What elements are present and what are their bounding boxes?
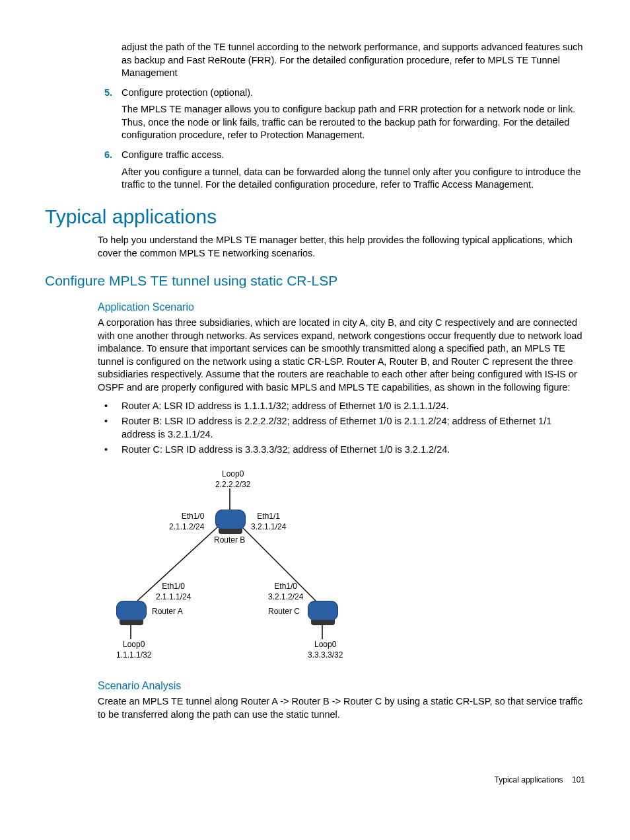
text: 2.1.1.1/24 bbox=[156, 592, 191, 602]
step-6-title: Configure traffic access. bbox=[122, 149, 585, 162]
router-b-loop-label: Loop0 2.2.2.2/32 bbox=[215, 469, 250, 490]
bullet-text: Router C: LSR ID address is 3.3.3.3/32; … bbox=[122, 443, 585, 457]
typical-applications-intro: To help you understand the MPLS TE manag… bbox=[98, 234, 585, 260]
heading-application-scenario: Application Scenario bbox=[98, 300, 585, 315]
step-6: 6. Configure traffic access. bbox=[104, 149, 585, 162]
step-5-number: 5. bbox=[104, 87, 122, 100]
bullet-router-c: • Router C: LSR ID address is 3.3.3.3/32… bbox=[104, 443, 585, 457]
router-a-label: Router A bbox=[152, 606, 183, 617]
footer-section-label: Typical applications bbox=[495, 775, 563, 784]
router-b-icon bbox=[215, 510, 246, 529]
bullet-text: Router A: LSR ID address is 1.1.1.1/32; … bbox=[122, 400, 585, 413]
text: Eth1/0 bbox=[156, 581, 191, 592]
heading-configure-mpls-te: Configure MPLS TE tunnel using static CR… bbox=[45, 272, 585, 290]
router-a-eth10: Eth1/0 2.1.1.1/24 bbox=[156, 581, 191, 602]
text: 2.1.1.2/24 bbox=[169, 521, 204, 532]
step-5: 5. Configure protection (optional). bbox=[104, 87, 585, 100]
bullet-icon: • bbox=[104, 443, 122, 457]
router-c-loop-label: Loop0 3.3.3.3/32 bbox=[308, 639, 343, 660]
router-b-eth10: Eth1/0 2.1.1.2/24 bbox=[169, 511, 204, 532]
router-c-icon bbox=[308, 601, 338, 621]
step-5-title: Configure protection (optional). bbox=[122, 87, 585, 100]
network-diagram: Loop0 2.2.2.2/32 Eth1/0 2.1.1.2/24 Eth1/… bbox=[98, 469, 355, 667]
step-6-body: After you configure a tunnel, data can b… bbox=[122, 166, 585, 192]
text: Eth1/0 bbox=[169, 511, 204, 521]
text: 2.2.2.2/32 bbox=[215, 479, 250, 490]
step-6-number: 6. bbox=[104, 149, 122, 162]
bullet-router-a: • Router A: LSR ID address is 1.1.1.1/32… bbox=[104, 400, 585, 413]
router-b-eth11: Eth1/1 3.2.1.1/24 bbox=[251, 511, 286, 532]
router-c-label: Router C bbox=[268, 606, 300, 617]
text: 3.3.3.3/32 bbox=[308, 650, 343, 660]
topology-lines-icon bbox=[98, 469, 355, 667]
heading-typical-applications: Typical applications bbox=[45, 204, 585, 231]
continuation-paragraph: adjust the path of the TE tunnel accordi… bbox=[122, 41, 585, 80]
router-c-eth10: Eth1/0 3.2.1.2/24 bbox=[268, 581, 303, 602]
bullet-router-b: • Router B: LSR ID address is 2.2.2.2/32… bbox=[104, 415, 585, 441]
text: Eth1/1 bbox=[251, 511, 286, 521]
bullet-icon: • bbox=[104, 400, 122, 413]
footer-page-number: 101 bbox=[572, 775, 585, 784]
text: Loop0 bbox=[308, 639, 343, 650]
text: 3.2.1.2/24 bbox=[268, 592, 303, 602]
bullet-text: Router B: LSR ID address is 2.2.2.2/32; … bbox=[122, 415, 585, 441]
text: 3.2.1.1/24 bbox=[251, 521, 286, 532]
scenario-analysis-body: Create an MPLS TE tunnel along Router A … bbox=[98, 695, 585, 721]
text: Loop0 bbox=[215, 469, 250, 479]
router-a-loop-label: Loop0 1.1.1.1/32 bbox=[116, 639, 151, 660]
text: 1.1.1.1/32 bbox=[116, 650, 151, 660]
heading-scenario-analysis: Scenario Analysis bbox=[98, 679, 585, 693]
router-a-icon bbox=[116, 601, 147, 621]
application-scenario-body: A corporation has three subsidiaries, wh… bbox=[98, 317, 585, 394]
page-footer: Typical applications 101 bbox=[45, 775, 585, 785]
text: Eth1/0 bbox=[268, 581, 303, 592]
router-b-label: Router B bbox=[214, 535, 245, 545]
bullet-icon: • bbox=[104, 415, 122, 441]
text: Loop0 bbox=[116, 639, 151, 650]
step-5-body: The MPLS TE manager allows you to config… bbox=[122, 103, 585, 142]
